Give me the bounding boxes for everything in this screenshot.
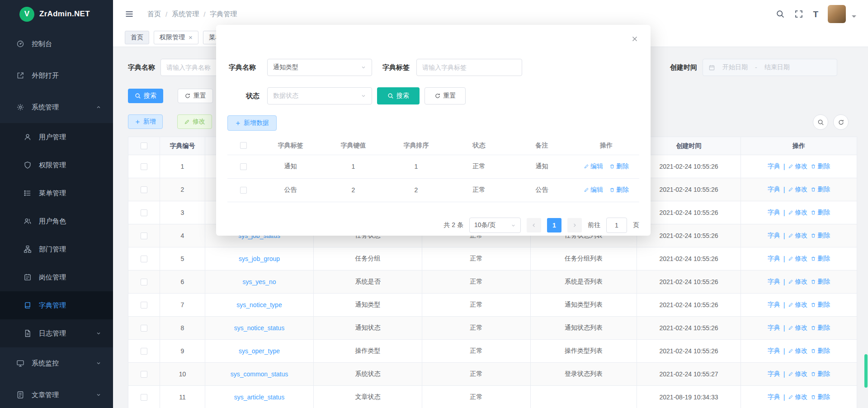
row-checkbox[interactable] [141,209,147,216]
row-checkbox[interactable] [141,325,147,332]
dict-name-select[interactable]: 通知类型 [267,59,372,76]
close-icon[interactable] [631,35,639,43]
row-checkbox[interactable] [141,302,147,308]
add-button[interactable]: 新增 [128,114,163,129]
delete-link[interactable]: 删除 [811,209,830,217]
goto-page-input[interactable] [606,218,627,233]
delete-link[interactable]: 删除 [811,232,830,240]
close-tab-icon[interactable]: × [189,34,193,41]
sidebar-item-department-management[interactable]: 部门管理 [0,235,113,263]
reset-button[interactable]: 重置 [178,89,213,103]
page-number-button[interactable]: 1 [547,218,561,232]
add-data-button[interactable]: 新增数据 [227,115,277,131]
edit-link[interactable]: 修改 [788,370,807,378]
font-size-icon[interactable]: T [813,10,818,19]
table-refresh-button[interactable] [833,114,849,130]
edit-link[interactable]: 修改 [788,255,807,263]
edit-link[interactable]: 编辑 [584,186,603,194]
next-page-button[interactable] [567,218,582,232]
dict-type-link[interactable]: sys_notice_status [234,324,284,332]
dict-data-link[interactable]: 字典 [768,255,780,263]
edit-link[interactable]: 修改 [788,347,807,355]
row-checkbox[interactable] [141,279,147,285]
dict-data-link[interactable]: 字典 [768,278,780,286]
breadcrumb-item[interactable]: 系统管理 [172,10,199,19]
edit-link[interactable]: 修改 [788,185,807,194]
edit-link[interactable]: 修改 [788,393,807,401]
delete-link[interactable]: 删除 [811,162,830,171]
dict-type-link[interactable]: sys_notice_type [236,301,282,308]
sidebar-item-dict-management[interactable]: 字典管理 [0,291,113,319]
edit-link[interactable]: 编辑 [584,162,603,171]
row-checkbox[interactable] [141,256,147,262]
dict-type-link[interactable]: sys_common_status [231,370,288,378]
fullscreen-icon[interactable] [794,9,803,19]
sidebar-item-permission-management[interactable]: 权限管理 [0,151,113,179]
edit-link[interactable]: 修改 [788,162,807,171]
row-checkbox[interactable] [240,187,247,194]
dict-type-link[interactable]: sys_yes_no [243,278,276,285]
avatar[interactable] [828,5,846,23]
delete-link[interactable]: 删除 [609,186,629,194]
vertical-scrollbar-thumb[interactable] [864,354,868,388]
row-checkbox[interactable] [141,348,147,355]
delete-link[interactable]: 删除 [811,301,830,309]
table-search-toggle-button[interactable] [813,114,828,130]
row-checkbox[interactable] [240,163,247,170]
sidebar-item-user-roles[interactable]: 用户角色 [0,207,113,235]
row-checkbox[interactable] [141,371,147,378]
dict-data-link[interactable]: 字典 [768,301,780,309]
sidebar-item-article-management[interactable]: 文章管理 [0,379,113,408]
edit-link[interactable]: 修改 [788,278,807,286]
page-size-select[interactable]: 10条/页 [469,218,521,233]
dict-data-link[interactable]: 字典 [768,232,780,240]
status-select[interactable]: 数据状态 [267,87,372,104]
edit-button[interactable]: 修改 [177,114,212,129]
sidebar-item-user-management[interactable]: 用户管理 [0,123,113,151]
delete-link[interactable]: 删除 [811,278,830,286]
row-checkbox[interactable] [141,186,147,193]
sidebar-item-log-management[interactable]: 日志管理 [0,319,113,347]
dict-type-link[interactable]: sys_job_group [239,255,280,262]
delete-link[interactable]: 删除 [811,347,830,355]
sidebar-item-system-monitor[interactable]: 系统监控 [0,347,113,379]
sidebar-item-post-management[interactable]: 岗位管理 [0,263,113,291]
prev-page-button[interactable] [527,218,541,232]
row-checkbox[interactable] [141,163,147,170]
dict-type-link[interactable]: sys_oper_type [239,347,280,355]
dict-data-link[interactable]: 字典 [768,370,780,378]
edit-link[interactable]: 修改 [788,209,807,217]
edit-link[interactable]: 修改 [788,232,807,240]
tab-home[interactable]: 首页 [125,31,149,44]
delete-link[interactable]: 删除 [811,185,830,194]
edit-link[interactable]: 修改 [788,324,807,332]
edit-link[interactable]: 修改 [788,301,807,309]
tab-permission-management[interactable]: 权限管理 × [154,31,198,44]
sidebar-item-system-management[interactable]: 系统管理 [0,91,113,123]
sidebar-item-console[interactable]: 控制台 [0,28,113,60]
delete-link[interactable]: 删除 [811,393,830,401]
dict-data-link[interactable]: 字典 [768,393,780,401]
dialog-search-button[interactable]: 搜索 [377,87,420,104]
breadcrumb-item[interactable]: 首页 [147,10,161,19]
dialog-reset-button[interactable]: 重置 [425,87,466,104]
delete-link[interactable]: 删除 [811,324,830,332]
dict-data-link[interactable]: 字典 [768,185,780,194]
search-button[interactable]: 搜索 [128,89,163,103]
delete-link[interactable]: 删除 [811,255,830,263]
search-icon[interactable] [776,9,785,19]
delete-link[interactable]: 删除 [811,370,830,378]
dict-data-link[interactable]: 字典 [768,162,780,171]
caret-down-icon[interactable] [852,15,856,20]
dialog-select-all-checkbox[interactable] [240,142,247,149]
date-range-picker[interactable]: 开始日期 - 结束日期 [703,59,837,76]
delete-link[interactable]: 删除 [609,162,629,171]
sidebar-item-menu-management[interactable]: 菜单管理 [0,179,113,207]
dict-data-link[interactable]: 字典 [768,347,780,355]
dict-data-link[interactable]: 字典 [768,324,780,332]
dict-data-link[interactable]: 字典 [768,209,780,217]
sidebar-item-external-open[interactable]: 外部打开 [0,60,113,91]
row-checkbox[interactable] [141,394,147,401]
dict-type-link[interactable]: sys_article_status [234,394,284,401]
dict-label-input[interactable] [416,59,522,76]
